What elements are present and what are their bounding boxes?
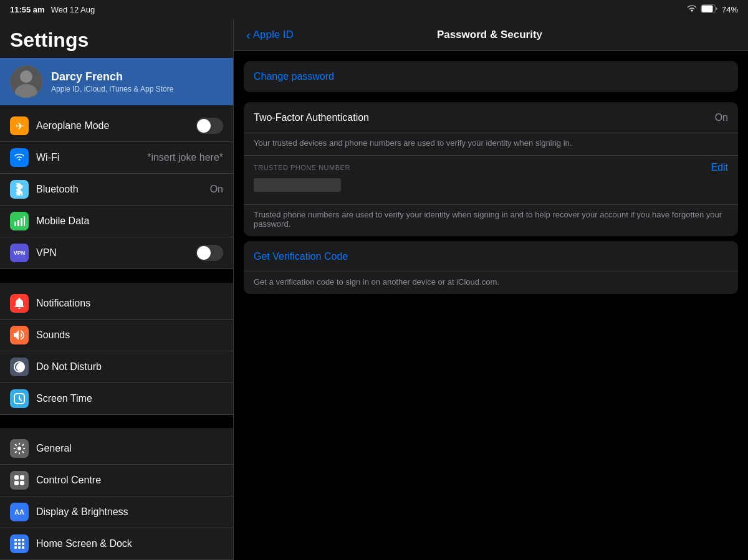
sidebar-item-bluetooth[interactable]: Bluetooth On: [0, 174, 233, 206]
sidebar-label-general: General: [36, 443, 223, 454]
sidebar-label-vpn: VPN: [36, 247, 196, 259]
sidebar-label-dnd: Do Not Disturb: [36, 361, 223, 373]
verification-code-description: Get a verification code to sign in on an…: [244, 272, 738, 294]
group-connectivity: ✈ Aeroplane Mode Wi-Fi *insert joke he: [0, 110, 233, 269]
svg-rect-24: [22, 546, 24, 549]
general-icon: [10, 439, 29, 458]
svg-rect-12: [14, 475, 19, 480]
battery-percent: 74%: [722, 5, 738, 14]
aeroplane-toggle[interactable]: [196, 118, 223, 134]
svg-rect-1: [701, 5, 712, 12]
vpn-toggle[interactable]: [196, 245, 223, 261]
two-factor-label: Two-Factor Authentication: [254, 112, 715, 123]
sidebar-item-display-brightness[interactable]: AA Display & Brightness: [0, 496, 233, 528]
sidebar-title: Settings: [0, 19, 233, 58]
avatar: [10, 65, 42, 98]
verification-code-link[interactable]: Get Verification Code: [254, 251, 348, 262]
mobile-data-icon: [10, 212, 29, 230]
sidebar-label-mobile-data: Mobile Data: [36, 216, 223, 227]
phone-number-redacted: [254, 178, 341, 192]
sounds-icon: [10, 326, 29, 344]
display-brightness-icon: AA: [10, 503, 29, 521]
svg-rect-9: [24, 216, 25, 226]
trusted-phone-container: TRUSTED PHONE NUMBER Edit: [244, 155, 738, 204]
two-factor-row[interactable]: Two-Factor Authentication On: [244, 102, 738, 133]
svg-rect-23: [18, 546, 21, 549]
sidebar-item-sounds[interactable]: Sounds: [0, 320, 233, 351]
sidebar-item-screen-time[interactable]: Screen Time: [0, 383, 233, 415]
main-layout: Settings Darcy French Apple ID, iCloud, …: [0, 19, 748, 560]
profile-name: Darcy French: [51, 70, 173, 83]
status-icons: 74%: [687, 4, 738, 15]
control-centre-icon: [10, 471, 29, 490]
sidebar-item-aeroplane-mode[interactable]: ✈ Aeroplane Mode: [0, 110, 233, 142]
profile-item[interactable]: Darcy French Apple ID, iCloud, iTunes & …: [0, 58, 233, 105]
sidebar-label-home-screen-dock: Home Screen & Dock: [36, 538, 223, 549]
svg-rect-15: [20, 481, 24, 485]
sidebar-wifi-value: *insert joke here*: [147, 152, 223, 163]
edit-button[interactable]: Edit: [711, 162, 728, 173]
aeroplane-icon: ✈: [10, 116, 29, 135]
vpn-icon: VPN: [10, 244, 29, 262]
svg-rect-17: [18, 539, 21, 541]
svg-rect-16: [14, 539, 17, 541]
profile-info: Darcy French Apple ID, iCloud, iTunes & …: [51, 70, 173, 93]
svg-rect-21: [22, 543, 24, 545]
sidebar-item-control-centre[interactable]: Control Centre: [0, 465, 233, 496]
sidebar: Settings Darcy French Apple ID, iCloud, …: [0, 19, 234, 560]
sidebar-bluetooth-value: On: [210, 184, 223, 195]
svg-rect-8: [21, 218, 22, 226]
sidebar-item-vpn[interactable]: VPN VPN: [0, 237, 233, 269]
screen-time-icon: [10, 389, 29, 408]
sidebar-label-wifi: Wi-Fi: [36, 152, 147, 163]
status-bar: 11:55 am Wed 12 Aug 74%: [0, 0, 748, 19]
sidebar-label-control-centre: Control Centre: [36, 475, 223, 486]
back-label: Apple ID: [253, 29, 294, 41]
sidebar-label-sounds: Sounds: [36, 330, 223, 341]
svg-rect-14: [14, 481, 19, 485]
panel-title: Password & Security: [294, 29, 686, 41]
sidebar-item-mobile-data[interactable]: Mobile Data: [0, 206, 233, 237]
sidebar-label-notifications: Notifications: [36, 298, 223, 309]
sidebar-item-wifi[interactable]: Wi-Fi *insert joke here*: [0, 142, 233, 174]
divider-1: [0, 269, 233, 283]
wifi-sidebar-icon: [10, 148, 29, 167]
panel-header: ‹ Apple ID Password & Security: [234, 19, 748, 51]
change-password-link[interactable]: Change password: [254, 71, 334, 82]
wifi-icon: [687, 5, 697, 14]
do-not-disturb-icon: [10, 358, 29, 376]
notifications-icon: [10, 294, 29, 313]
two-factor-section: Two-Factor Authentication On Your truste…: [244, 102, 738, 236]
sidebar-item-general[interactable]: General: [0, 433, 233, 465]
sidebar-item-do-not-disturb[interactable]: Do Not Disturb: [0, 351, 233, 383]
sidebar-label-screen-time: Screen Time: [36, 393, 223, 404]
two-factor-description: Your trusted devices and phone numbers a…: [244, 133, 738, 155]
back-chevron-icon: ‹: [246, 29, 251, 41]
battery-icon: [701, 4, 718, 15]
verification-code-row[interactable]: Get Verification Code: [244, 241, 738, 272]
sidebar-label-aeroplane: Aeroplane Mode: [36, 120, 196, 131]
group-preferences: General Control Centre AA: [0, 433, 233, 560]
right-panel: ‹ Apple ID Password & Security Change pa…: [234, 19, 748, 560]
sidebar-label-bluetooth: Bluetooth: [36, 184, 210, 195]
bluetooth-icon: [10, 180, 29, 199]
trusted-phone-description: Trusted phone numbers are used to verify…: [244, 204, 738, 236]
sidebar-item-notifications[interactable]: Notifications: [0, 288, 233, 320]
svg-point-11: [17, 447, 21, 450]
trusted-phone-header: TRUSTED PHONE NUMBER Edit: [254, 162, 728, 173]
svg-rect-6: [14, 222, 16, 226]
two-factor-value: On: [715, 112, 728, 123]
svg-rect-18: [22, 539, 24, 541]
group-system: Notifications Sounds Do: [0, 288, 233, 415]
sidebar-item-home-screen-dock[interactable]: Home Screen & Dock: [0, 528, 233, 560]
svg-rect-22: [14, 546, 17, 549]
status-time: 11:55 am: [10, 5, 45, 14]
change-password-row[interactable]: Change password: [244, 61, 738, 92]
profile-subtitle: Apple ID, iCloud, iTunes & App Store: [51, 85, 173, 93]
status-date: Wed 12 Aug: [51, 5, 95, 14]
home-screen-icon: [10, 534, 29, 553]
sidebar-label-display-brightness: Display & Brightness: [36, 506, 223, 518]
svg-rect-19: [14, 543, 17, 545]
back-button[interactable]: ‹ Apple ID: [246, 29, 294, 41]
divider-2: [0, 415, 233, 429]
